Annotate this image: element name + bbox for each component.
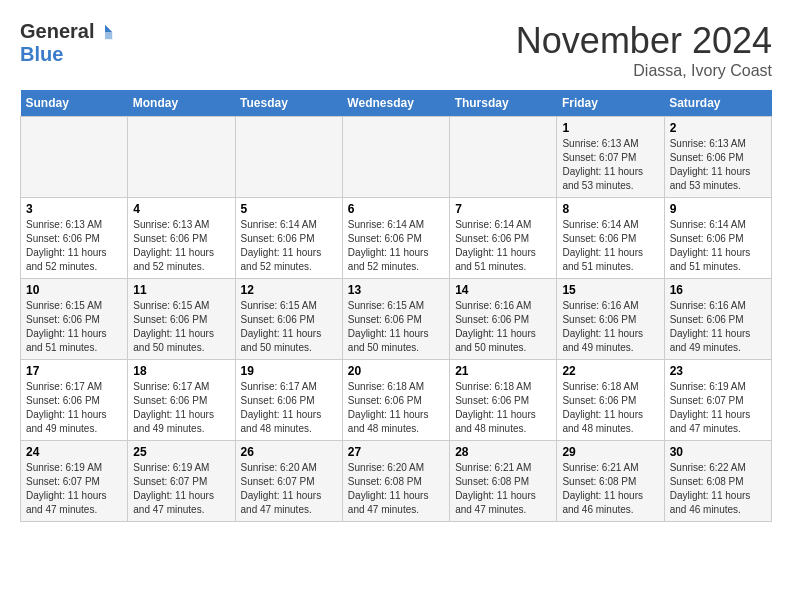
calendar-week-row: 1Sunrise: 6:13 AM Sunset: 6:07 PM Daylig… <box>21 117 772 198</box>
logo-general-text: General <box>20 20 94 43</box>
day-content: Sunrise: 6:19 AM Sunset: 6:07 PM Dayligh… <box>670 380 766 436</box>
calendar-cell: 21Sunrise: 6:18 AM Sunset: 6:06 PM Dayli… <box>450 360 557 441</box>
day-number: 11 <box>133 283 229 297</box>
day-content: Sunrise: 6:19 AM Sunset: 6:07 PM Dayligh… <box>26 461 122 517</box>
day-number: 20 <box>348 364 444 378</box>
day-number: 2 <box>670 121 766 135</box>
calendar-cell <box>235 117 342 198</box>
calendar-cell <box>342 117 449 198</box>
calendar-cell: 7Sunrise: 6:14 AM Sunset: 6:06 PM Daylig… <box>450 198 557 279</box>
calendar-cell: 23Sunrise: 6:19 AM Sunset: 6:07 PM Dayli… <box>664 360 771 441</box>
day-content: Sunrise: 6:18 AM Sunset: 6:06 PM Dayligh… <box>348 380 444 436</box>
day-content: Sunrise: 6:18 AM Sunset: 6:06 PM Dayligh… <box>455 380 551 436</box>
calendar-cell: 4Sunrise: 6:13 AM Sunset: 6:06 PM Daylig… <box>128 198 235 279</box>
day-number: 6 <box>348 202 444 216</box>
logo-icon <box>96 23 114 41</box>
calendar-cell: 3Sunrise: 6:13 AM Sunset: 6:06 PM Daylig… <box>21 198 128 279</box>
calendar-cell: 29Sunrise: 6:21 AM Sunset: 6:08 PM Dayli… <box>557 441 664 522</box>
day-number: 16 <box>670 283 766 297</box>
day-number: 19 <box>241 364 337 378</box>
day-header-wednesday: Wednesday <box>342 90 449 117</box>
day-header-saturday: Saturday <box>664 90 771 117</box>
calendar-cell <box>450 117 557 198</box>
day-content: Sunrise: 6:13 AM Sunset: 6:07 PM Dayligh… <box>562 137 658 193</box>
day-content: Sunrise: 6:15 AM Sunset: 6:06 PM Dayligh… <box>348 299 444 355</box>
day-content: Sunrise: 6:16 AM Sunset: 6:06 PM Dayligh… <box>670 299 766 355</box>
day-content: Sunrise: 6:13 AM Sunset: 6:06 PM Dayligh… <box>26 218 122 274</box>
day-content: Sunrise: 6:19 AM Sunset: 6:07 PM Dayligh… <box>133 461 229 517</box>
day-number: 4 <box>133 202 229 216</box>
calendar-cell: 9Sunrise: 6:14 AM Sunset: 6:06 PM Daylig… <box>664 198 771 279</box>
day-content: Sunrise: 6:16 AM Sunset: 6:06 PM Dayligh… <box>455 299 551 355</box>
calendar-week-row: 10Sunrise: 6:15 AM Sunset: 6:06 PM Dayli… <box>21 279 772 360</box>
location-subtitle: Diassa, Ivory Coast <box>516 62 772 80</box>
day-number: 29 <box>562 445 658 459</box>
day-number: 14 <box>455 283 551 297</box>
day-content: Sunrise: 6:17 AM Sunset: 6:06 PM Dayligh… <box>241 380 337 436</box>
calendar-cell: 24Sunrise: 6:19 AM Sunset: 6:07 PM Dayli… <box>21 441 128 522</box>
day-number: 30 <box>670 445 766 459</box>
title-section: November 2024 Diassa, Ivory Coast <box>516 20 772 80</box>
calendar-week-row: 17Sunrise: 6:17 AM Sunset: 6:06 PM Dayli… <box>21 360 772 441</box>
logo-blue-text: Blue <box>20 43 63 66</box>
day-number: 15 <box>562 283 658 297</box>
day-number: 17 <box>26 364 122 378</box>
calendar-cell: 20Sunrise: 6:18 AM Sunset: 6:06 PM Dayli… <box>342 360 449 441</box>
day-content: Sunrise: 6:14 AM Sunset: 6:06 PM Dayligh… <box>241 218 337 274</box>
day-content: Sunrise: 6:14 AM Sunset: 6:06 PM Dayligh… <box>348 218 444 274</box>
calendar-cell: 15Sunrise: 6:16 AM Sunset: 6:06 PM Dayli… <box>557 279 664 360</box>
calendar-cell: 19Sunrise: 6:17 AM Sunset: 6:06 PM Dayli… <box>235 360 342 441</box>
day-content: Sunrise: 6:20 AM Sunset: 6:07 PM Dayligh… <box>241 461 337 517</box>
day-number: 26 <box>241 445 337 459</box>
calendar-cell: 17Sunrise: 6:17 AM Sunset: 6:06 PM Dayli… <box>21 360 128 441</box>
calendar-table: SundayMondayTuesdayWednesdayThursdayFrid… <box>20 90 772 522</box>
page-header: General Blue November 2024 Diassa, Ivory… <box>20 20 772 80</box>
calendar-cell: 14Sunrise: 6:16 AM Sunset: 6:06 PM Dayli… <box>450 279 557 360</box>
calendar-cell: 2Sunrise: 6:13 AM Sunset: 6:06 PM Daylig… <box>664 117 771 198</box>
day-content: Sunrise: 6:18 AM Sunset: 6:06 PM Dayligh… <box>562 380 658 436</box>
day-number: 23 <box>670 364 766 378</box>
calendar-week-row: 3Sunrise: 6:13 AM Sunset: 6:06 PM Daylig… <box>21 198 772 279</box>
day-number: 25 <box>133 445 229 459</box>
calendar-cell: 16Sunrise: 6:16 AM Sunset: 6:06 PM Dayli… <box>664 279 771 360</box>
calendar-cell: 1Sunrise: 6:13 AM Sunset: 6:07 PM Daylig… <box>557 117 664 198</box>
logo: General Blue <box>20 20 114 66</box>
calendar-cell: 28Sunrise: 6:21 AM Sunset: 6:08 PM Dayli… <box>450 441 557 522</box>
day-content: Sunrise: 6:15 AM Sunset: 6:06 PM Dayligh… <box>133 299 229 355</box>
day-content: Sunrise: 6:13 AM Sunset: 6:06 PM Dayligh… <box>670 137 766 193</box>
day-number: 13 <box>348 283 444 297</box>
day-number: 10 <box>26 283 122 297</box>
day-number: 18 <box>133 364 229 378</box>
month-title: November 2024 <box>516 20 772 62</box>
calendar-cell: 13Sunrise: 6:15 AM Sunset: 6:06 PM Dayli… <box>342 279 449 360</box>
day-content: Sunrise: 6:14 AM Sunset: 6:06 PM Dayligh… <box>562 218 658 274</box>
day-content: Sunrise: 6:15 AM Sunset: 6:06 PM Dayligh… <box>241 299 337 355</box>
svg-marker-1 <box>105 32 112 39</box>
day-content: Sunrise: 6:17 AM Sunset: 6:06 PM Dayligh… <box>26 380 122 436</box>
day-content: Sunrise: 6:21 AM Sunset: 6:08 PM Dayligh… <box>455 461 551 517</box>
calendar-cell <box>21 117 128 198</box>
calendar-cell: 5Sunrise: 6:14 AM Sunset: 6:06 PM Daylig… <box>235 198 342 279</box>
day-number: 1 <box>562 121 658 135</box>
day-header-monday: Monday <box>128 90 235 117</box>
day-content: Sunrise: 6:14 AM Sunset: 6:06 PM Dayligh… <box>455 218 551 274</box>
calendar-cell: 25Sunrise: 6:19 AM Sunset: 6:07 PM Dayli… <box>128 441 235 522</box>
calendar-header-row: SundayMondayTuesdayWednesdayThursdayFrid… <box>21 90 772 117</box>
calendar-cell: 22Sunrise: 6:18 AM Sunset: 6:06 PM Dayli… <box>557 360 664 441</box>
calendar-body: 1Sunrise: 6:13 AM Sunset: 6:07 PM Daylig… <box>21 117 772 522</box>
calendar-week-row: 24Sunrise: 6:19 AM Sunset: 6:07 PM Dayli… <box>21 441 772 522</box>
day-header-friday: Friday <box>557 90 664 117</box>
day-number: 24 <box>26 445 122 459</box>
day-number: 21 <box>455 364 551 378</box>
day-number: 5 <box>241 202 337 216</box>
calendar-cell: 30Sunrise: 6:22 AM Sunset: 6:08 PM Dayli… <box>664 441 771 522</box>
calendar-cell: 6Sunrise: 6:14 AM Sunset: 6:06 PM Daylig… <box>342 198 449 279</box>
day-content: Sunrise: 6:20 AM Sunset: 6:08 PM Dayligh… <box>348 461 444 517</box>
calendar-cell: 8Sunrise: 6:14 AM Sunset: 6:06 PM Daylig… <box>557 198 664 279</box>
day-number: 7 <box>455 202 551 216</box>
day-number: 27 <box>348 445 444 459</box>
day-header-sunday: Sunday <box>21 90 128 117</box>
svg-marker-0 <box>105 24 112 31</box>
calendar-cell <box>128 117 235 198</box>
day-number: 9 <box>670 202 766 216</box>
